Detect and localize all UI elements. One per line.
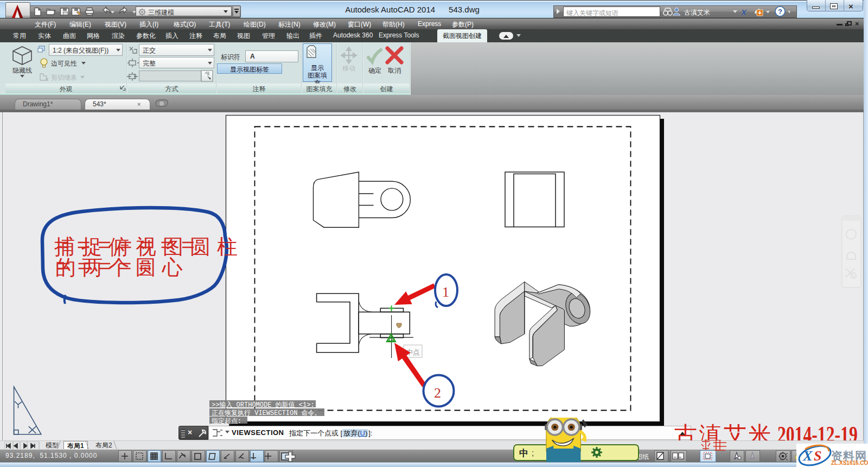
svg-text:中: 中 <box>519 448 528 458</box>
svg-text:;: ; <box>532 448 534 457</box>
svg-text:的两个圆心: 的两个圆心 <box>55 256 189 279</box>
svg-text:1: 1 <box>442 284 449 300</box>
svg-text:2: 2 <box>434 385 441 401</box>
svg-text:ZL.XS1616.COM: ZL.XS1616.COM <box>831 460 868 466</box>
svg-text:?: ? <box>778 8 782 16</box>
svg-text:S: S <box>814 448 821 464</box>
svg-text:X: X <box>802 448 813 464</box>
svg-text:捕捉俯视图圆柱: 捕捉俯视图圆柱 <box>54 235 244 258</box>
